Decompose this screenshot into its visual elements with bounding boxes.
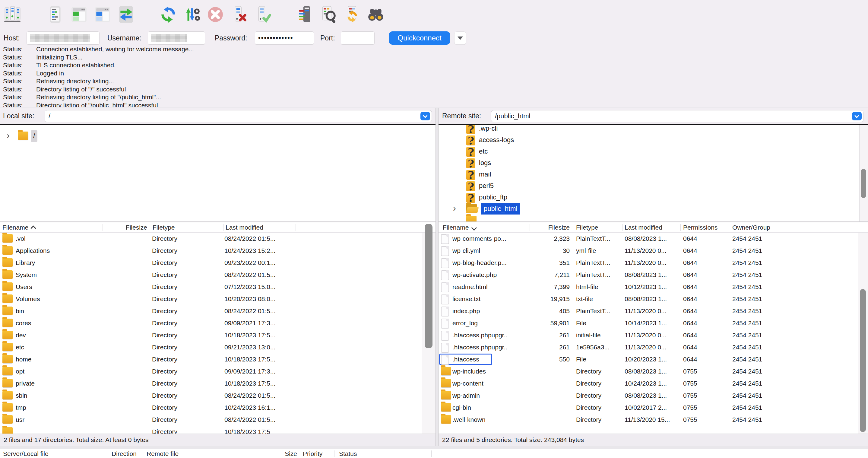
remote-tree-item[interactable]: etc (438, 146, 859, 157)
local-file-row[interactable]: home Directory 10/18/2023 17:5... (0, 353, 422, 365)
filename-cell[interactable]: license.txt (453, 293, 480, 305)
remote-file-row[interactable]: readme.html 7,399 html-file 10/12/2023 1… (438, 281, 858, 293)
queue-header-size[interactable]: Size (272, 449, 297, 458)
remote-tree-item[interactable]: perl5 (438, 180, 859, 191)
remote-tree-item[interactable] (438, 215, 859, 221)
local-file-row[interactable]: Applications Directory 10/24/2023 15:2..… (0, 245, 422, 257)
remote-file-row[interactable]: .well-known Directory 11/13/2020 15... 0… (438, 414, 858, 426)
process-queue-icon[interactable] (182, 5, 202, 24)
filename-cell[interactable]: Users (16, 281, 32, 293)
tree-item-label[interactable]: etc (479, 146, 488, 157)
filename-cell[interactable]: Volumes (16, 293, 40, 305)
remote-header-filesize[interactable]: Filesize (529, 222, 570, 233)
remote-header-filetype[interactable]: Filetype (576, 222, 598, 233)
filename-cell[interactable]: cgi-bin (453, 402, 471, 414)
local-file-row[interactable]: usr Directory 08/24/2022 01:5... (0, 414, 422, 426)
remote-tree-item[interactable]: .wp-cli (438, 125, 859, 134)
expander-icon[interactable]: › (7, 130, 10, 141)
message-log[interactable]: Status: Connection established, waiting … (0, 48, 868, 108)
filename-cell[interactable]: Library (16, 257, 35, 269)
filename-cell[interactable]: error_log (453, 317, 478, 329)
queue-header-remote[interactable]: Remote file (147, 449, 179, 458)
remote-header-modified[interactable]: Last modified (625, 222, 662, 233)
filename-cell[interactable]: tmp (16, 402, 26, 414)
local-file-row[interactable]: System Directory 08/24/2022 01:5... (0, 269, 422, 281)
remote-file-row[interactable]: wp-blog-header.p... 351 PlainTextT... 11… (438, 257, 858, 269)
filename-cell[interactable]: .well-known (453, 414, 486, 426)
filename-cell[interactable]: .htaccess.phpupgr.. (453, 329, 507, 341)
local-header-filesize[interactable]: Filesize (105, 222, 147, 233)
filename-cell[interactable]: private (16, 377, 35, 390)
toggle-message-log-icon[interactable] (46, 5, 65, 24)
filename-cell[interactable]: wp-includes (453, 365, 486, 377)
local-file-row[interactable]: opt Directory 09/09/2021 17:3... (0, 365, 422, 377)
file-search-icon[interactable] (319, 5, 338, 24)
quickconnect-button[interactable]: Quickconnect (389, 31, 450, 44)
directory-listing-filters-icon[interactable] (296, 5, 315, 24)
tree-item-label[interactable]: logs (479, 157, 491, 169)
filename-cell[interactable]: .htaccess (453, 353, 479, 365)
toggle-local-tree-icon[interactable] (69, 5, 89, 24)
local-file-row[interactable]: tmp Directory 10/24/2023 16:1... (0, 402, 422, 414)
local-file-row[interactable]: Directory 10/18/2023 17:5 (0, 426, 422, 433)
local-header-modified[interactable]: Last modified (226, 222, 263, 233)
local-directory-tree[interactable]: › / (0, 125, 435, 221)
tree-item-label[interactable]: public_html (481, 203, 520, 215)
remote-file-row[interactable]: .htaccess.phpupgr.. 261 1e5956a3... 11/1… (438, 341, 858, 353)
remote-tree-item[interactable]: access-logs (438, 134, 859, 146)
toggle-remote-tree-icon[interactable] (93, 5, 112, 24)
local-file-row[interactable]: Users Directory 07/12/2023 15:0... (0, 281, 422, 293)
filename-cell[interactable]: wp-blog-header.p... (453, 257, 507, 269)
username-input[interactable] (148, 31, 205, 44)
queue-splitter[interactable] (0, 446, 868, 449)
filename-cell[interactable]: sbin (16, 390, 27, 402)
remote-file-row[interactable]: wp-comments-po... 2,323 PlainTextT... 08… (438, 233, 858, 245)
remote-file-row[interactable]: wp-includes Directory 08/08/2023 1... 07… (438, 365, 858, 377)
remote-header-filename[interactable]: Filename (443, 222, 476, 233)
password-input[interactable]: •••••••••••• (255, 31, 314, 44)
queue-header-status[interactable]: Status (339, 449, 357, 458)
tree-item-label[interactable]: .wp-cli (479, 125, 498, 134)
local-file-row[interactable]: dev Directory 10/18/2023 17:5... (0, 329, 422, 341)
toggle-transfer-queue-icon[interactable] (116, 5, 136, 24)
remote-file-row[interactable]: .htaccess 550 File 10/20/2023 1... 0644 … (438, 353, 858, 365)
remote-file-row[interactable]: index.php 405 PlainTextT... 11/13/2020 0… (438, 305, 858, 317)
filename-cell[interactable]: .htaccess.phpupgr.. (453, 341, 507, 353)
local-header-filetype[interactable]: Filetype (153, 222, 175, 233)
filename-cell[interactable]: home (16, 353, 32, 365)
disconnect-icon[interactable] (229, 5, 249, 24)
remote-file-row[interactable]: cgi-bin Directory 10/02/2017 2... 0755 2… (438, 402, 858, 414)
remote-tree-item[interactable]: logs (438, 157, 859, 169)
filename-cell[interactable]: System (16, 269, 37, 281)
filename-cell[interactable]: wp-comments-po... (453, 233, 506, 245)
queue-header-direction[interactable]: Direction (112, 449, 136, 458)
filename-cell[interactable]: opt (16, 365, 25, 377)
remote-header-permissions[interactable]: Permissions (683, 222, 717, 233)
remote-tree-item[interactable]: public_ftp (438, 191, 859, 203)
local-file-row[interactable]: cores Directory 09/09/2021 17:3... (0, 317, 422, 329)
remote-tree-item[interactable]: mail (438, 169, 859, 180)
local-file-row[interactable]: etc Directory 09/21/2023 13:0... (0, 341, 422, 353)
remote-site-combo[interactable]: /public_html (491, 110, 864, 122)
synchronized-browsing-icon[interactable] (343, 5, 362, 24)
local-file-row[interactable]: bin Directory 08/24/2022 01:5... (0, 305, 422, 317)
remote-list-scrollbar-thumb[interactable] (860, 289, 866, 432)
remote-file-row[interactable]: .htaccess.phpupgr.. 261 initial-file 11/… (438, 329, 858, 341)
local-file-row[interactable]: .vol Directory 08/24/2022 01:5... (0, 233, 422, 245)
remote-site-dropdown-icon[interactable] (852, 112, 862, 120)
filename-cell[interactable]: wp-cli.yml (453, 245, 480, 257)
tree-item-label[interactable]: access-logs (479, 134, 514, 146)
tree-item-label[interactable]: perl5 (479, 180, 494, 191)
filename-cell[interactable]: wp-admin (453, 390, 480, 402)
queue-header-local[interactable]: Server/Local file (3, 449, 49, 458)
pane-splitter[interactable] (435, 108, 438, 446)
tree-item-label[interactable]: mail (479, 169, 491, 180)
filename-cell[interactable]: dev (16, 329, 26, 341)
site-manager-icon[interactable] (3, 5, 22, 24)
remote-file-row[interactable]: license.txt 19,915 txt-file 08/08/2023 1… (438, 293, 858, 305)
filename-cell[interactable]: Applications (16, 245, 50, 257)
remote-tree-scrollbar-thumb[interactable] (861, 169, 866, 198)
quickconnect-dropdown-button[interactable] (454, 31, 466, 44)
filename-cell[interactable]: .vol (16, 233, 26, 245)
filename-cell[interactable]: wp-content (453, 377, 484, 390)
